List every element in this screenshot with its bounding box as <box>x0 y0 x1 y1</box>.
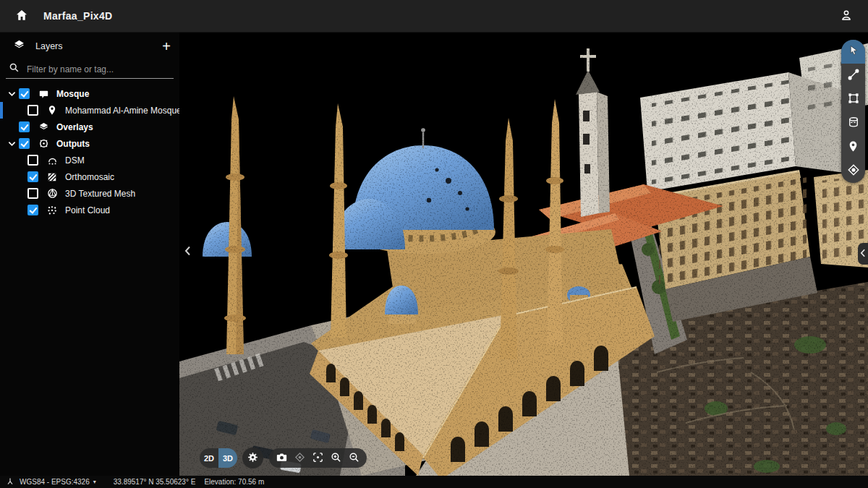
center-focus-button[interactable] <box>309 448 327 468</box>
volume-tool-button[interactable] <box>841 111 865 135</box>
point-cloud-icon <box>46 205 58 215</box>
filter-input[interactable] <box>27 64 171 74</box>
view-2d-button[interactable]: 2D <box>200 448 218 468</box>
checkbox[interactable] <box>19 88 30 99</box>
annotation-icon <box>38 89 49 99</box>
cursor-icon <box>847 44 860 59</box>
chevron-down-icon[interactable] <box>6 91 17 97</box>
axis-icon <box>6 476 14 487</box>
camera-icon <box>276 451 288 466</box>
viewer-button-group <box>269 448 367 468</box>
checkbox[interactable] <box>27 105 38 116</box>
filter-field[interactable] <box>6 60 174 79</box>
layer-row-overlays[interactable]: Overlays <box>0 119 179 135</box>
volume-icon <box>847 116 860 131</box>
measure-line-icon <box>847 68 860 83</box>
center-focus-icon <box>312 451 324 466</box>
chevron-down-icon[interactable] <box>6 141 17 147</box>
zoom-in-icon <box>330 451 342 466</box>
checkbox[interactable] <box>27 155 38 166</box>
checkbox[interactable] <box>19 121 30 132</box>
screenshot-button[interactable] <box>273 448 291 468</box>
checkbox[interactable] <box>19 138 30 149</box>
checkbox[interactable] <box>27 205 38 215</box>
viewer-settings-button[interactable] <box>242 448 263 468</box>
home-icon <box>14 8 29 25</box>
zoom-out-icon <box>348 451 360 466</box>
crs-label: WGS84 - EPSG:4326 <box>20 478 90 486</box>
focus-diamond-icon <box>847 163 860 179</box>
view-3d-button[interactable]: 3D <box>218 448 237 468</box>
checkbox[interactable] <box>27 188 38 199</box>
layers-icon <box>38 121 49 132</box>
pin-tool-button[interactable] <box>841 135 865 159</box>
chevron-down-icon: ▾ <box>93 479 96 485</box>
home-button[interactable] <box>12 5 32 27</box>
top-bar: Marfaa_Pix4D <box>0 0 868 33</box>
cursor-coordinates: 33.89517° N 35.50623° E <box>114 478 196 486</box>
layer-row-outputs[interactable]: Outputs <box>0 135 179 152</box>
layers-icon <box>13 39 25 54</box>
zoom-in-button[interactable] <box>327 448 345 468</box>
zoom-out-button[interactable] <box>345 448 363 468</box>
pin-icon <box>46 105 58 116</box>
viewer-canvas[interactable] <box>179 33 868 476</box>
layer-row-mosque[interactable]: Mosque <box>0 85 179 102</box>
collapse-right-panel-button[interactable] <box>858 243 868 265</box>
viewer-toolbar: 2D 3D <box>200 448 367 468</box>
measure-area-tool-button[interactable] <box>841 87 865 111</box>
layers-panel: Layers + Mosque <box>0 33 179 476</box>
target-button[interactable] <box>291 448 309 468</box>
measure-line-tool-button[interactable] <box>841 64 865 87</box>
status-bar: WGS84 - EPSG:4326 ▾ 33.89517° N 35.50623… <box>0 476 868 488</box>
search-icon <box>9 62 20 76</box>
crs-selector[interactable]: WGS84 - EPSG:4326 ▾ <box>20 478 96 486</box>
chevron-left-icon <box>184 246 191 258</box>
viewer-3d: 2D 3D <box>179 33 868 476</box>
account-button[interactable] <box>836 5 856 27</box>
view-mode-toggle: 2D 3D <box>200 448 237 468</box>
cursor-tool-button[interactable] <box>841 40 865 64</box>
layer-row-3d-textured-mesh[interactable]: 3D Textured Mesh <box>0 185 179 202</box>
add-layer-button[interactable]: + <box>162 40 171 53</box>
layer-row-orthomosaic[interactable]: Orthomosaic <box>0 168 179 185</box>
layer-row-dsm[interactable]: DSM <box>0 152 179 168</box>
target-icon <box>294 451 306 466</box>
layer-row-point-cloud[interactable]: Point Cloud <box>0 202 179 218</box>
layer-tree: Mosque Mohammad Al-Amine Mosque <box>0 85 179 218</box>
orthomosaic-icon <box>46 172 58 182</box>
settings-gear-icon <box>247 451 259 466</box>
mesh-icon <box>46 188 58 199</box>
layer-row-mohammad-al-amine-mosque[interactable]: Mohammad Al-Amine Mosque <box>0 102 179 119</box>
measure-area-icon <box>847 92 860 107</box>
dsm-icon <box>46 155 58 166</box>
focus-diamond-tool-button[interactable] <box>841 159 865 183</box>
checkbox[interactable] <box>27 171 38 182</box>
collapse-sidebar-button[interactable] <box>181 244 194 259</box>
elevation-readout: Elevation: 70.56 m <box>204 478 264 486</box>
project-title: Marfaa_Pix4D <box>43 10 112 22</box>
pin-icon <box>847 140 859 155</box>
chevron-left-icon <box>860 249 866 260</box>
tool-rail <box>841 40 865 183</box>
outputs-icon <box>38 138 49 149</box>
panel-title: Layers <box>35 41 63 51</box>
person-icon <box>839 8 854 25</box>
